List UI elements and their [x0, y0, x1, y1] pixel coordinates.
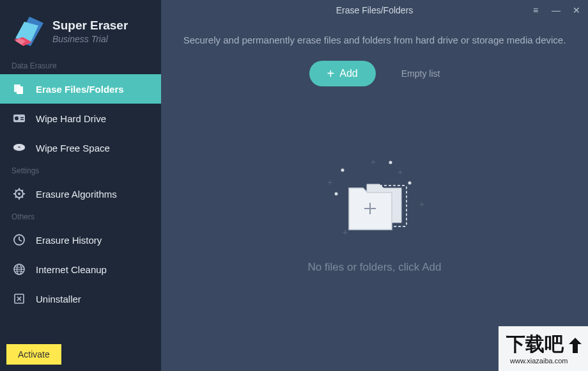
- svg-point-33: [389, 161, 392, 164]
- svg-point-34: [408, 181, 412, 184]
- brand-subtitle: Business Trial: [52, 34, 128, 44]
- activate-button[interactable]: Activate: [6, 344, 61, 365]
- watermark-url: www.xiazaiba.com: [509, 357, 568, 365]
- sidebar-item-erase-files[interactable]: Erase Files/Folders: [0, 74, 161, 104]
- svg-rect-8: [20, 117, 24, 118]
- svg-text:+: +: [398, 167, 403, 177]
- svg-point-12: [18, 146, 20, 148]
- svg-line-25: [19, 240, 22, 241]
- sidebar-item-wipe-free[interactable]: Wipe Free Space: [0, 133, 161, 162]
- main-content: Erase Files/Folders ≡ — ✕ Securely and p…: [161, 0, 588, 371]
- watermark: 下载吧 www.xiazaiba.com: [499, 326, 588, 371]
- brand-title: Super Eraser: [52, 19, 128, 33]
- hard-drive-icon: [12, 111, 27, 126]
- svg-text:+: +: [419, 199, 424, 209]
- svg-text:+: +: [343, 227, 348, 237]
- gear-icon: [12, 186, 27, 201]
- sidebar-item-uninstaller[interactable]: Uninstaller: [0, 284, 161, 313]
- menu-icon[interactable]: ≡: [530, 5, 541, 15]
- app-logo-icon: [12, 14, 46, 49]
- sidebar-item-label: Wipe Free Space: [36, 143, 110, 154]
- sidebar-item-wipe-drive[interactable]: Wipe Hard Drive: [0, 104, 161, 133]
- sidebar: Super Eraser Business Trial Data Erasure…: [0, 0, 161, 371]
- sidebar-item-label: Erasure Algorithms: [36, 189, 117, 200]
- section-settings: Settings: [0, 162, 161, 179]
- clock-icon: [12, 232, 27, 248]
- add-label: Add: [339, 68, 357, 79]
- svg-point-32: [341, 168, 344, 171]
- empty-state-text: No files or folders, click Add: [308, 261, 442, 274]
- sidebar-item-history[interactable]: Erasure History: [0, 225, 161, 255]
- uninstall-icon: [12, 291, 27, 306]
- sidebar-item-label: Uninstaller: [36, 294, 81, 304]
- section-others: Others: [0, 209, 161, 225]
- empty-list-link[interactable]: Empty list: [401, 68, 440, 79]
- brand-header: Super Eraser Business Trial: [0, 0, 161, 58]
- sidebar-item-algorithms[interactable]: Erasure Algorithms: [0, 179, 161, 209]
- svg-line-21: [15, 196, 17, 198]
- add-button[interactable]: + Add: [309, 61, 376, 86]
- plus-icon: +: [327, 67, 335, 80]
- page-title: Erase Files/Folders: [336, 5, 414, 15]
- actions-row: + Add Empty list: [161, 61, 588, 86]
- sidebar-item-label: Erasure History: [36, 235, 102, 246]
- close-icon[interactable]: ✕: [571, 5, 582, 15]
- sidebar-item-label: Internet Cleanup: [36, 264, 107, 275]
- minimize-icon[interactable]: —: [551, 5, 561, 15]
- svg-line-19: [15, 190, 17, 191]
- files-icon: [12, 81, 27, 97]
- svg-text:+: +: [327, 177, 332, 187]
- svg-line-22: [22, 190, 23, 191]
- svg-line-20: [22, 196, 23, 198]
- svg-text:+: +: [371, 159, 376, 167]
- title-bar: Erase Files/Folders ≡ — ✕: [161, 0, 588, 20]
- folder-illustration-icon: + + + + +: [323, 159, 426, 248]
- sidebar-item-internet[interactable]: Internet Cleanup: [0, 255, 161, 284]
- svg-point-35: [335, 192, 338, 195]
- disk-icon: [12, 140, 27, 155]
- globe-icon: [12, 262, 27, 277]
- sidebar-item-label: Wipe Hard Drive: [36, 113, 106, 124]
- svg-point-7: [15, 116, 19, 120]
- svg-rect-9: [20, 119, 24, 120]
- sidebar-item-label: Erase Files/Folders: [36, 84, 124, 95]
- svg-point-14: [18, 193, 20, 195]
- watermark-text: 下载吧: [506, 333, 564, 354]
- section-data-erasure: Data Erasure: [0, 58, 161, 74]
- page-subtitle: Securely and permanently erase files and…: [161, 20, 588, 52]
- svg-rect-5: [17, 86, 23, 94]
